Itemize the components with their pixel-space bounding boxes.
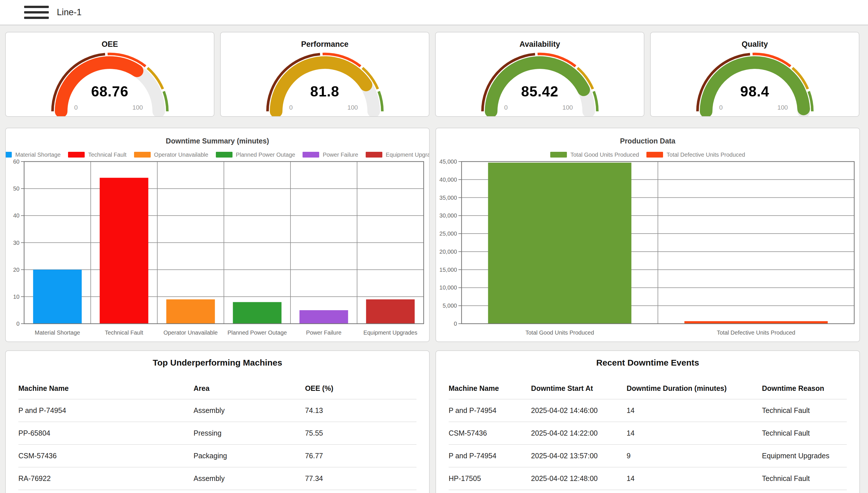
- production-bar-chart: 05,00010,00015,00020,00025,00030,00035,0…: [436, 159, 859, 342]
- table-row: CSM-574362025-04-02 14:22:0014Technical …: [449, 422, 847, 445]
- x-axis-label: Total Defective Units Produced: [717, 329, 795, 336]
- y-tick-label: 20: [13, 266, 20, 273]
- legend-label: Operator Unavailable: [154, 151, 208, 158]
- legend-item[interactable]: Planned Power Outage: [216, 151, 295, 158]
- table-cell: 76.77: [305, 445, 417, 467]
- bar-total-defective-units-produced[interactable]: [684, 321, 827, 324]
- underperforming-machines-table: Machine NameAreaOEE (%)P and P-74954Asse…: [18, 378, 417, 490]
- table-cell: RA-76922: [18, 467, 193, 490]
- gauge-card-availability: Availability 85.42 0 100: [435, 32, 644, 117]
- gauge-card-performance: Performance 81.8 0 100: [220, 32, 429, 117]
- table-row: P and P-749542025-04-02 14:46:0014Techni…: [449, 399, 847, 422]
- table-cell: Technical Fault: [762, 399, 847, 422]
- legend-color-chip: [302, 152, 319, 157]
- y-tick-label: 5,000: [443, 302, 457, 309]
- gauge-max-label: 100: [340, 104, 366, 111]
- bar-material-shortage[interactable]: [33, 270, 82, 324]
- bar-technical-fault[interactable]: [100, 178, 148, 324]
- production-data-chart-card: Production Data Total Good Units Produce…: [436, 128, 860, 342]
- table-cell: 2025-04-02 13:57:00: [531, 445, 627, 467]
- y-tick-label: 45,000: [440, 159, 457, 165]
- bar-planned-power-outage[interactable]: [233, 302, 281, 324]
- table-row: CSM-57436Packaging76.77: [18, 445, 417, 467]
- legend-color-chip: [647, 152, 663, 157]
- gauge-min-label: 0: [493, 104, 519, 111]
- x-axis-label: Equipment Upgrades: [363, 329, 417, 336]
- chart-title: Production Data: [436, 137, 860, 145]
- chart-legend: Material ShortageTechnical FaultOperator…: [6, 151, 429, 158]
- y-tick-label: 0: [16, 321, 20, 327]
- availability-gauge: 85.42 0 100: [480, 49, 600, 117]
- x-axis-label: Power Failure: [306, 329, 341, 336]
- table-cell: CSM-57436: [18, 445, 193, 467]
- legend-item[interactable]: Material Shortage: [5, 151, 61, 158]
- table-cell: PP-65804: [18, 422, 193, 445]
- bar-operator-unavailable[interactable]: [166, 299, 215, 324]
- legend-label: Technical Fault: [88, 151, 126, 158]
- table-row: PP-65804Pressing75.55: [18, 422, 417, 445]
- x-axis-label: Operator Unavailable: [164, 329, 218, 336]
- column-header: Downtime Duration (minutes): [627, 378, 762, 399]
- legend-item[interactable]: Total Defective Units Produced: [647, 151, 745, 158]
- column-header: Downtime Reason: [762, 378, 847, 399]
- menu-icon[interactable]: [24, 5, 49, 19]
- gauge-max-label: 100: [770, 104, 796, 111]
- gauge-min-label: 0: [278, 104, 304, 111]
- legend-item[interactable]: Equipment Upgrades: [366, 151, 430, 158]
- legend-item[interactable]: Power Failure: [302, 151, 358, 158]
- chart-legend: Total Good Units ProducedTotal Defective…: [436, 151, 860, 158]
- gauge-card-oee: OEE 68.76 0 100: [5, 32, 214, 117]
- legend-item[interactable]: Technical Fault: [68, 151, 126, 158]
- legend-label: Power Failure: [323, 151, 358, 158]
- page-title: Line-1: [57, 7, 82, 18]
- dashboard-body: OEE 68.76 0 100 Performance 81.8 0 100 A…: [0, 25, 868, 493]
- gauge-min-label: 0: [708, 104, 734, 111]
- table-header-row: Machine NameAreaOEE (%): [18, 378, 417, 399]
- y-tick-label: 40: [13, 212, 20, 219]
- y-tick-label: 40,000: [440, 176, 457, 183]
- table-cell: 14: [627, 422, 762, 445]
- table-cell: Assembly: [193, 399, 305, 422]
- y-tick-label: 10: [13, 294, 20, 300]
- table-cell: HP-17505: [449, 467, 531, 490]
- gauge-min-label: 0: [63, 104, 89, 111]
- table-title: Recent Downtime Events: [449, 358, 847, 368]
- table-cell: P and P-74954: [18, 399, 193, 422]
- table-cell: P and P-74954: [449, 445, 531, 467]
- table-row: Top Underperforming Machines Machine Nam…: [5, 350, 863, 493]
- gauge-value: 81.8: [264, 83, 385, 100]
- gauge-max-label: 100: [555, 104, 581, 111]
- gauge-row: OEE 68.76 0 100 Performance 81.8 0 100 A…: [5, 32, 863, 117]
- table-cell: 2025-04-02 14:22:00: [531, 422, 627, 445]
- chart-title: Downtime Summary (minutes): [6, 137, 429, 145]
- chart-row: Downtime Summary (minutes) Material Shor…: [5, 128, 863, 342]
- legend-color-chip: [366, 152, 382, 157]
- recent-downtime-events-card: Recent Downtime Events Machine NameDownt…: [436, 350, 860, 493]
- table-row: P and P-749542025-04-02 13:57:009Equipme…: [449, 445, 847, 467]
- bar-total-good-units-produced[interactable]: [488, 163, 631, 324]
- y-tick-label: 0: [454, 321, 457, 327]
- oee-gauge: 68.76 0 100: [50, 49, 170, 117]
- table-cell: CSM-57436: [449, 422, 531, 445]
- bar-equipment-upgrades[interactable]: [366, 299, 415, 324]
- performance-gauge: 81.8 0 100: [264, 49, 385, 117]
- table-cell: Technical Fault: [762, 467, 847, 490]
- y-tick-label: 50: [13, 185, 20, 192]
- column-header: Machine Name: [449, 378, 531, 399]
- gauge-title: OEE: [6, 40, 214, 49]
- x-axis-label: Total Good Units Produced: [525, 329, 594, 336]
- table-cell: 14: [627, 467, 762, 490]
- legend-item[interactable]: Operator Unavailable: [134, 151, 208, 158]
- table-cell: 77.34: [305, 467, 417, 490]
- column-header: Downtime Start At: [531, 378, 627, 399]
- table-cell: Assembly: [193, 467, 305, 490]
- y-tick-label: 15,000: [440, 266, 457, 273]
- bar-power-failure[interactable]: [299, 310, 348, 324]
- x-axis-label: Technical Fault: [105, 329, 143, 336]
- table-row: P and P-74954Assembly74.13: [18, 399, 417, 422]
- table-cell: P and P-74954: [449, 399, 531, 422]
- top-bar: Line-1: [0, 0, 868, 25]
- gauge-value: 98.4: [695, 83, 815, 100]
- legend-color-chip: [134, 152, 151, 157]
- legend-item[interactable]: Total Good Units Produced: [550, 151, 639, 158]
